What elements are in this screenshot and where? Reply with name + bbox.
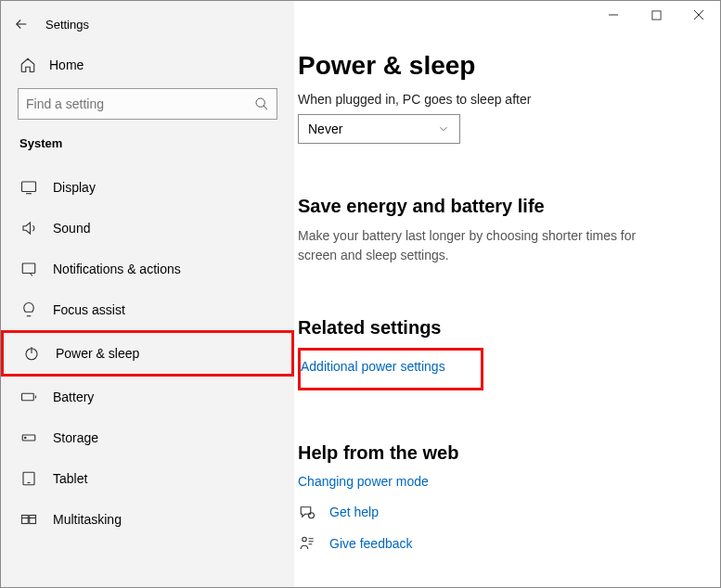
maximize-button[interactable] [635,1,677,29]
sidebar-item-label: Notifications & actions [53,262,181,276]
svg-rect-4 [22,393,34,401]
sidebar-item-focus-assist[interactable]: Focus assist [1,289,294,330]
sidebar-item-power-sleep[interactable]: Power & sleep [1,330,294,377]
tablet-icon [19,469,38,488]
minimize-button[interactable] [592,1,635,29]
additional-power-settings-link[interactable]: Additional power settings [301,359,445,374]
highlight-box: Additional power settings [298,348,483,390]
sidebar-item-label: Focus assist [53,302,125,317]
sidebar-item-label: Sound [53,221,90,236]
multitasking-icon [19,510,38,529]
svg-rect-1 [22,182,36,192]
power-icon [22,344,41,363]
storage-icon [19,428,38,447]
page-title: Power & sleep [298,51,692,81]
energy-section-title: Save energy and battery life [298,196,692,217]
svg-point-0 [256,98,264,107]
changing-power-mode-link[interactable]: Changing power mode [298,474,429,489]
sidebar-home-label: Home [49,58,84,72]
sleep-dropdown-value: Never [308,121,342,136]
svg-point-6 [25,437,27,439]
minimize-icon [608,9,619,20]
content-pane: Power & sleep When plugged in, PC goes t… [294,1,720,587]
close-icon [693,9,704,20]
chevron-down-icon [437,122,450,135]
focus-assist-icon [19,300,38,319]
give-feedback-link[interactable]: Give feedback [329,536,413,551]
svg-point-11 [309,513,315,518]
sidebar-item-storage[interactable]: Storage [1,417,294,458]
help-section-title: Help from the web [298,442,692,464]
related-section-title: Related settings [298,317,692,339]
sidebar: Settings Home System Display Sound [1,1,294,587]
sidebar-item-notifications[interactable]: Notifications & actions [1,249,294,289]
sidebar-item-multitasking[interactable]: Multitasking [1,499,294,540]
home-icon [19,57,36,73]
sound-icon [19,219,38,237]
sidebar-item-battery[interactable]: Battery [1,377,294,417]
get-help-link[interactable]: Get help [329,505,379,519]
energy-section-body: Make your battery last longer by choosin… [298,226,660,265]
sleep-label: When plugged in, PC goes to sleep after [298,92,692,107]
svg-rect-9 [30,516,36,524]
get-help-icon [298,503,316,521]
close-button[interactable] [677,1,720,29]
svg-rect-10 [651,10,660,19]
sidebar-item-label: Display [53,180,96,195]
maximize-icon [651,10,662,20]
nav-list: Display Sound Notifications & actions Fo… [1,167,294,540]
search-icon [254,96,269,111]
back-button[interactable] [3,8,40,40]
sidebar-item-sound[interactable]: Sound [1,208,294,249]
sidebar-item-tablet[interactable]: Tablet [1,458,294,499]
sidebar-item-label: Power & sleep [56,346,139,361]
sidebar-item-label: Storage [53,430,98,445]
svg-point-12 [303,537,307,542]
notifications-icon [19,260,38,278]
sidebar-item-label: Battery [53,390,94,404]
feedback-icon [298,534,316,553]
category-label: System [1,133,294,167]
sidebar-item-label: Multitasking [53,512,122,527]
search-input[interactable] [26,96,254,111]
sidebar-item-label: Tablet [53,471,87,486]
display-icon [19,178,38,197]
sidebar-home[interactable]: Home [1,47,294,83]
window-title: Settings [45,18,89,32]
search-input-wrap[interactable] [18,88,277,120]
sidebar-item-display[interactable]: Display [1,167,294,208]
svg-rect-8 [22,516,29,524]
battery-icon [19,388,38,406]
sleep-dropdown[interactable]: Never [298,114,460,144]
arrow-left-icon [13,16,30,32]
svg-rect-2 [22,263,35,274]
